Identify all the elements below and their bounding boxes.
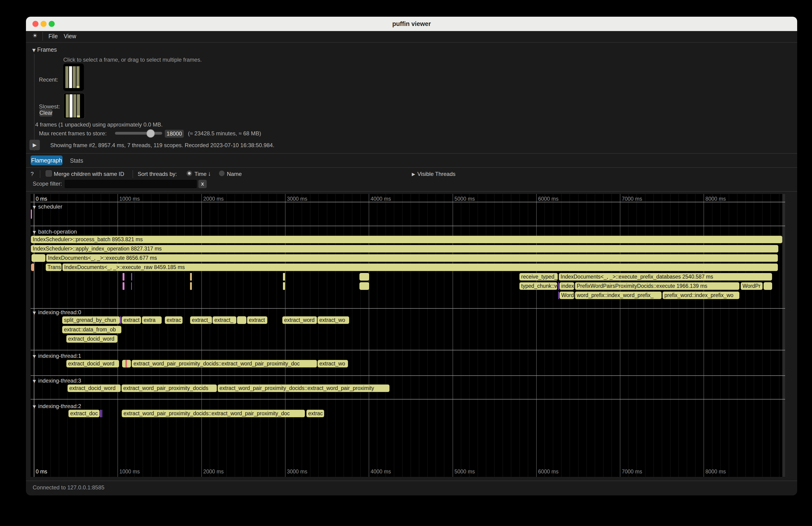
recent-frames-thumbnail[interactable] bbox=[63, 63, 84, 91]
scope-bar-small[interactable] bbox=[122, 282, 125, 290]
sort-time-label[interactable]: Time bbox=[194, 171, 206, 177]
scope-bar-small[interactable] bbox=[558, 292, 559, 299]
visible-threads-toggle[interactable]: Visible Threads bbox=[417, 171, 455, 177]
scope-bar-small[interactable] bbox=[102, 410, 102, 417]
scope-bar-small[interactable] bbox=[764, 282, 772, 290]
scope-bar[interactable]: WordPr bbox=[741, 282, 763, 290]
scope-filter-label: Scope filter: bbox=[33, 180, 62, 187]
merge-children-checkbox[interactable] bbox=[46, 170, 52, 177]
help-button[interactable]: ? bbox=[31, 171, 33, 177]
scope-bar[interactable]: word_prefix::index_word_prefix_ bbox=[575, 292, 662, 299]
thread-header-indexing-thread:3[interactable]: ▼indexing-thread:3 bbox=[33, 378, 81, 384]
menu-file[interactable]: File bbox=[48, 33, 58, 40]
scope-bar-small[interactable] bbox=[359, 282, 369, 290]
scope-bar-small[interactable] bbox=[120, 316, 121, 324]
scope-bar[interactable]: extract_docid_word bbox=[68, 384, 121, 392]
scope-bar[interactable]: IndexDocuments<_, _>::execute_prefix_dat… bbox=[559, 273, 772, 281]
scope-bar[interactable]: extra bbox=[142, 316, 162, 324]
scope-bar-small[interactable] bbox=[190, 282, 192, 290]
radio-sort-name[interactable] bbox=[219, 171, 224, 176]
scope-bar-small[interactable] bbox=[131, 282, 132, 290]
scope-bar[interactable]: IndexDocuments<_, _>::execute_raw 8459.1… bbox=[62, 263, 778, 271]
scope-bar-small[interactable] bbox=[359, 273, 369, 281]
sort-direction-arrow-icon[interactable]: ↓ bbox=[208, 170, 211, 177]
frame-thumbnail-notch bbox=[77, 115, 80, 117]
scope-bar[interactable]: prefix_word::index_prefix_wo bbox=[663, 292, 739, 299]
scope-bar[interactable]: extract_ bbox=[190, 316, 212, 324]
scope-bar[interactable]: extract_word_pair_proximity_docids::extr… bbox=[132, 360, 317, 367]
sort-name-label[interactable]: Name bbox=[227, 171, 242, 177]
play-button[interactable]: ▶ bbox=[29, 140, 40, 150]
flamegraph-canvas[interactable]: 0 ms0 ms1000 ms1000 ms2000 ms2000 ms3000… bbox=[31, 194, 785, 477]
scope-bar-small[interactable] bbox=[283, 282, 285, 290]
scope-bar-small[interactable] bbox=[125, 360, 127, 367]
max-frames-slider[interactable] bbox=[115, 132, 162, 135]
thread-header-indexing-thread:0[interactable]: ▼indexing-thread:0 bbox=[33, 309, 81, 316]
scope-bar-small[interactable] bbox=[122, 273, 125, 281]
scope-bar[interactable]: extract bbox=[122, 316, 141, 324]
chevron-right-icon: ▶ bbox=[412, 172, 415, 177]
slowest-frames-thumbnail[interactable] bbox=[63, 93, 85, 119]
scope-filter-input[interactable] bbox=[64, 179, 197, 189]
thread-header-batch-operation[interactable]: ▼batch-operation bbox=[33, 229, 77, 235]
scope-bar[interactable]: extract_docid_word bbox=[66, 335, 117, 343]
thread-header-indexing-thread:2[interactable]: ▼indexing-thread:2 bbox=[33, 403, 81, 409]
scope-bar[interactable]: split_grenad_by_chun bbox=[62, 316, 120, 324]
scope-bar-small[interactable] bbox=[100, 410, 101, 417]
scope-bar[interactable]: Word bbox=[560, 292, 574, 299]
scope-bar-small[interactable] bbox=[31, 263, 34, 271]
scope-bar-small[interactable] bbox=[237, 316, 246, 324]
frame-thumbnail-bar[interactable] bbox=[66, 94, 69, 117]
frame-thumbnail-bar[interactable] bbox=[77, 94, 80, 117]
axis-tick-label: 2000 ms bbox=[203, 196, 223, 202]
scope-bar[interactable]: extract_ bbox=[213, 316, 236, 324]
scope-bar[interactable]: extract_docid_word bbox=[66, 360, 119, 367]
frame-thumbnail-bar[interactable] bbox=[69, 66, 72, 88]
clear-button[interactable]: Clear bbox=[39, 109, 53, 117]
max-frames-value[interactable]: 18000 bbox=[165, 130, 184, 138]
frame-thumbnail-bar[interactable] bbox=[73, 94, 76, 117]
scope-bar[interactable]: PrefixWordPairsProximityDocids::execute … bbox=[575, 282, 739, 290]
scope-bar-small[interactable] bbox=[283, 273, 285, 281]
scope-bar[interactable]: IndexScheduler>::apply_index_operation 8… bbox=[31, 245, 779, 252]
chevron-down-icon: ▼ bbox=[33, 310, 36, 315]
axis-ruler-line bbox=[31, 202, 785, 202]
frame-thumbnail-bar[interactable] bbox=[66, 66, 68, 88]
scope-bar[interactable]: IndexDocuments<_, _>::execute 8656.677 m… bbox=[46, 254, 778, 262]
scope-bar[interactable]: extract::data_from_ob bbox=[62, 326, 121, 334]
scope-bar[interactable]: extract_word_pair_proximity_docids::extr… bbox=[122, 410, 305, 417]
scope-bar-small[interactable] bbox=[31, 209, 32, 219]
menu-view[interactable]: View bbox=[64, 33, 76, 40]
scope-bar[interactable]: extrac bbox=[165, 316, 183, 324]
scope-bar[interactable]: IndexScheduler>::process_batch 8953.821 … bbox=[31, 236, 782, 243]
scope-bar[interactable]: extract_wo bbox=[318, 316, 349, 324]
scope-bar[interactable]: extract_wo bbox=[318, 360, 348, 367]
scope-bar-small[interactable] bbox=[558, 282, 559, 290]
scope-bar[interactable]: extract_word_pair_proximity_docids::extr… bbox=[218, 384, 390, 392]
frame-thumbnail-bar[interactable] bbox=[70, 94, 73, 117]
scope-bar[interactable]: index bbox=[560, 282, 574, 290]
frame-thumbnail-bar[interactable] bbox=[76, 66, 79, 88]
theme-sun-icon[interactable]: ☀ bbox=[32, 32, 38, 39]
scope-bar-small[interactable] bbox=[190, 273, 192, 281]
scope-bar[interactable]: extract_word bbox=[282, 316, 317, 324]
tab-flamegraph[interactable]: Flamegraph bbox=[31, 156, 62, 165]
thread-header-indexing-thread:1[interactable]: ▼indexing-thread:1 bbox=[33, 353, 81, 359]
scope-bar[interactable]: typed_chunk::w bbox=[519, 282, 557, 290]
scope-bar[interactable]: extract_doc bbox=[68, 410, 100, 417]
scope-filter-clear-button[interactable]: x bbox=[198, 180, 207, 188]
recent-label: Recent: bbox=[39, 76, 58, 83]
slider-knob[interactable] bbox=[146, 129, 155, 138]
scope-bar-small[interactable] bbox=[131, 273, 132, 281]
frames-section-toggle[interactable]: ▼ Frames bbox=[32, 46, 57, 53]
scope-bar[interactable]: extract bbox=[247, 316, 267, 324]
scope-bar[interactable]: extract_word_pair_proximity_docids bbox=[121, 384, 217, 392]
scope-bar-small[interactable] bbox=[31, 254, 45, 262]
scope-bar[interactable]: Trans bbox=[46, 263, 62, 271]
frame-thumbnail-bar[interactable] bbox=[73, 66, 76, 88]
scope-bar[interactable]: extrac bbox=[306, 410, 324, 417]
thread-header-scheduler[interactable]: ▼scheduler bbox=[33, 203, 62, 210]
radio-sort-time[interactable] bbox=[187, 171, 192, 176]
tab-stats[interactable]: Stats bbox=[70, 157, 83, 164]
scope-bar[interactable]: receive_typed_ bbox=[519, 273, 558, 281]
